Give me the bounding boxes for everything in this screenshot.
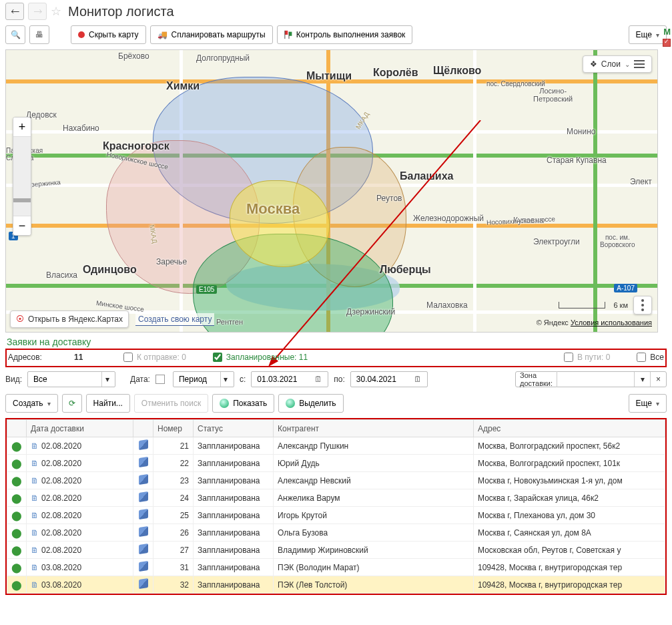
date-from-input[interactable]: 🗓 [251,371,328,387]
favorite-star-icon[interactable]: ☆ [51,4,61,19]
pin-icon: ⦿ [16,315,24,324]
box-icon [139,561,148,572]
map-label: Мытищи [306,70,352,82]
document-icon: 🗎 [31,493,39,503]
to-label: по: [334,375,345,384]
filter-planned[interactable]: Запланированные: 11 [213,353,308,362]
calendar-icon[interactable]: 🗓 [312,375,325,384]
table-row[interactable]: ⬤🗎03.08.202032ЗаппланированаПЭК (Лев Тол… [7,576,665,594]
zone-label: Зона доставки: [516,371,557,387]
search-button[interactable]: 🔍 [5,25,25,44]
box-icon [139,474,148,485]
map-zoom-control[interactable]: + − [13,117,31,236]
plan-routes-button[interactable]: 🚚Спланировать маршруты [150,25,273,44]
addresses-label: Адресов: [8,353,71,362]
cancel-find-button[interactable]: Отменить поиск [134,394,208,413]
chevron-down-icon: ⌄ [625,61,630,68]
hide-map-button[interactable]: Скрыть карту [71,25,146,44]
filter-all[interactable]: Все [637,353,664,362]
map-label: Одинцово [83,264,137,276]
zoom-in-button[interactable]: + [13,118,31,136]
date-from-field[interactable] [256,373,309,386]
toolbar-more-label: Еще [636,30,652,39]
table-row[interactable]: ⬤🗎02.08.202023ЗаппланированаАлександр Не… [7,472,665,489]
view-select[interactable]: ▾ [27,371,115,387]
map-layers-button[interactable]: ❖ Слои ⌄ [583,55,652,73]
chevron-down-icon: ▾ [656,31,659,39]
map-label: пос. Свердловский [486,80,545,87]
box-icon [139,544,148,554]
map-label: Электроугли [533,237,580,246]
show-on-map-button[interactable]: Показать [212,394,274,413]
requests-table[interactable]: Дата доставки Номер Статус Контрагент Ад… [7,419,665,594]
date-enable-checkbox[interactable] [155,375,165,384]
col-box[interactable] [133,420,153,437]
zoom-out-button[interactable]: − [13,216,31,235]
col-address[interactable]: Адрес [474,420,665,437]
date-to-field[interactable] [355,373,408,386]
layers-stack-icon: ❖ [590,59,597,69]
filter-planned-label: Запланированные: 11 [226,353,308,362]
nav-forward-button[interactable]: 🡒 [28,3,47,20]
view-label: Вид: [5,375,22,384]
table-row[interactable]: ⬤🗎02.08.202024ЗаппланированаАнжелика Вар… [7,489,665,507]
select-on-map-button[interactable]: Выделить [278,394,343,413]
filter-to-send-label: К отправке: 0 [137,353,186,362]
create-map-link[interactable]: Создать свою карту [135,313,214,326]
status-filter-panel: Адресов: 11 К отправке: 0 Запланированны… [5,349,667,367]
table-row[interactable]: ⬤🗎03.08.202031ЗаппланированаПЭК (Володин… [7,559,665,576]
map-layers-label: Слои [601,59,621,69]
map-container[interactable]: Москва Химки Мытищи Королёв Щёлково Бала… [5,49,658,333]
calendar-icon[interactable]: 🗓 [411,375,424,384]
row-marker-icon: ⬤ [11,510,22,521]
nav-back-button[interactable]: 🡐 [5,3,24,20]
zoom-slider[interactable] [13,136,31,216]
road-badge: Е105 [196,285,217,294]
col-pin[interactable] [7,420,27,437]
map-options-button[interactable] [633,296,652,315]
route-icon: 🚚 [157,30,167,39]
map-label: Монино [567,127,595,136]
table-row[interactable]: ⬤🗎02.08.202025ЗаппланированаИгорь Крутой… [7,507,665,524]
create-button[interactable]: Создать ▾ [5,394,58,413]
period-select[interactable]: ▾ [173,371,234,387]
filter-to-send[interactable]: К отправке: 0 [123,353,186,362]
col-number[interactable]: Номер [153,420,194,437]
caret-down-icon[interactable]: ▾ [101,372,112,387]
actions-more-button[interactable]: Еще ▾ [629,394,667,413]
map-label: Лосино- Петровский [533,87,573,103]
terms-link[interactable]: Условия использования [571,319,652,327]
open-yandex-maps-button[interactable]: ⦿ Открыть в Яндекс.Картах [10,310,129,328]
refresh-button[interactable]: ⟳ [62,394,82,413]
col-status[interactable]: Статус [194,420,274,437]
col-party[interactable]: Контрагент [274,420,474,437]
table-row[interactable]: ⬤🗎02.08.202027ЗаппланированаВладимир Жир… [7,542,665,559]
table-row[interactable]: ⬤🗎02.08.202022ЗаппланированаЮрий ДудьМос… [7,455,665,472]
col-date[interactable]: Дата доставки [27,420,133,437]
map-copyright: © Яндекс Условия использования [537,317,652,328]
view-select-input[interactable] [32,373,99,386]
zone-dropdown-button[interactable]: ▾ [634,372,650,387]
side-panel-check-icon[interactable] [663,39,671,47]
caret-down-icon[interactable]: ▾ [220,372,231,387]
date-label: Дата: [130,375,150,384]
delivery-zone-group[interactable]: Зона доставки: ▾ × [515,371,667,387]
table-row[interactable]: ⬤🗎02.08.202021ЗаппланированаАлександр Пу… [7,437,665,455]
date-to-input[interactable]: 🗓 [350,371,428,387]
map-label: Дзержинский [346,307,395,317]
map-scale-label: 6 км [613,301,628,309]
control-requests-button[interactable]: Контроль выполнения заявок [277,25,413,44]
table-row[interactable]: ⬤🗎02.08.202026ЗаппланированаОльга Бузова… [7,524,665,542]
row-marker-icon: ⬤ [11,441,22,451]
zone-input[interactable] [557,372,634,387]
find-button[interactable]: Найти... [86,394,130,413]
search-icon: 🔍 [11,30,21,39]
filter-in-transit[interactable]: В пути: 0 [564,353,610,362]
zone-clear-button[interactable]: × [650,372,666,387]
toolbar-more-button[interactable]: Еще ▾ [629,25,667,44]
print-button[interactable]: 🖶 [29,25,49,44]
period-input[interactable] [178,373,218,386]
row-marker-icon: ⬤ [11,545,22,556]
box-icon [139,439,148,450]
document-icon: 🗎 [31,441,39,451]
